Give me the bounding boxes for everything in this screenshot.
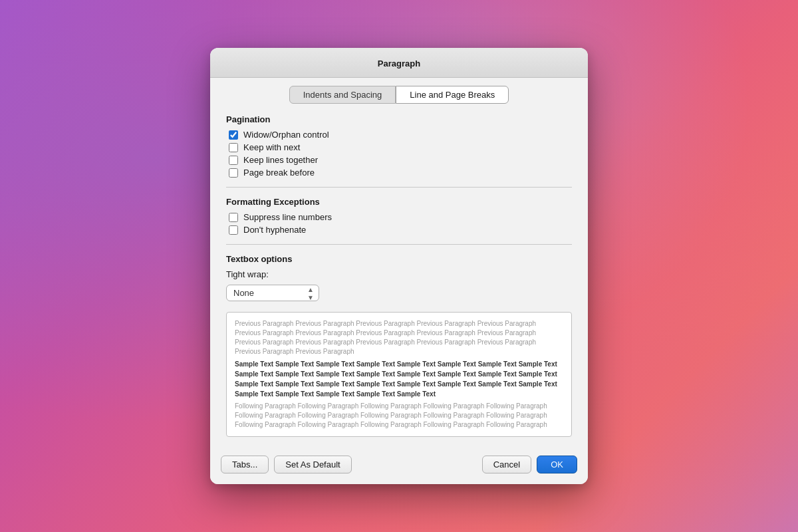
preview-following-text: Following Paragraph Following Paragraph … (235, 402, 563, 430)
divider-2 (226, 244, 572, 245)
paragraph-dialog: Paragraph Indents and Spacing Line and P… (210, 48, 588, 484)
checkbox-label-keep-lines-together: Keep lines together (243, 155, 318, 165)
pagination-checkboxes: Widow/Orphan control Keep with next Keep… (226, 130, 572, 178)
checkbox-row-page-break-before[interactable]: Page break before (229, 168, 572, 178)
checkbox-dont-hyphenate[interactable] (229, 225, 238, 235)
tight-wrap-select[interactable]: None First and last lines All lines Larg… (226, 285, 319, 301)
checkbox-row-keep-with-next[interactable]: Keep with next (229, 142, 572, 152)
checkbox-label-suppress-line-numbers: Suppress line numbers (243, 212, 332, 222)
section-pagination: Pagination Widow/Orphan control Keep wit… (226, 114, 572, 178)
dialog-title: Paragraph (378, 59, 420, 68)
checkbox-row-widow-orphan[interactable]: Widow/Orphan control (229, 130, 572, 140)
checkbox-row-keep-lines-together[interactable]: Keep lines together (229, 155, 572, 165)
content-area: Pagination Widow/Orphan control Keep wit… (210, 104, 588, 448)
tab-indents-spacing[interactable]: Indents and Spacing (289, 86, 396, 104)
divider-1 (226, 187, 572, 188)
checkbox-row-dont-hyphenate[interactable]: Don't hyphenate (229, 225, 572, 235)
tabs-button[interactable]: Tabs... (221, 456, 269, 473)
checkbox-keep-lines-together[interactable] (229, 156, 238, 165)
cancel-button[interactable]: Cancel (482, 456, 531, 473)
checkbox-widow-orphan[interactable] (229, 130, 238, 140)
ok-button[interactable]: OK (537, 456, 577, 473)
section-formatting-exceptions: Formatting Exceptions Suppress line numb… (226, 197, 572, 235)
checkbox-suppress-line-numbers[interactable] (229, 213, 238, 222)
preview-area: Previous Paragraph Previous Paragraph Pr… (226, 312, 572, 437)
set-as-default-button[interactable]: Set As Default (274, 456, 351, 473)
checkbox-label-widow-orphan: Widow/Orphan control (243, 130, 329, 140)
checkbox-keep-with-next[interactable] (229, 143, 238, 152)
checkbox-row-suppress-line-numbers[interactable]: Suppress line numbers (229, 212, 572, 222)
tight-wrap-label: Tight wrap: (226, 269, 572, 279)
tab-line-page-breaks[interactable]: Line and Page Breaks (396, 86, 509, 104)
tabs-bar: Indents and Spacing Line and Page Breaks (210, 78, 588, 104)
preview-sample-text: Sample Text Sample Text Sample Text Samp… (235, 359, 563, 399)
footer-left: Tabs... Set As Default (221, 456, 352, 473)
section-pagination-title: Pagination (226, 114, 572, 124)
dialog-footer: Tabs... Set As Default Cancel OK (210, 448, 588, 484)
checkbox-label-dont-hyphenate: Don't hyphenate (243, 225, 306, 235)
dialog-titlebar: Paragraph (210, 48, 588, 78)
checkbox-label-page-break-before: Page break before (243, 168, 315, 178)
checkbox-page-break-before[interactable] (229, 168, 238, 178)
tight-wrap-select-wrapper: None First and last lines All lines Larg… (226, 285, 319, 301)
section-textbox-options-title: Textbox options (226, 254, 572, 264)
section-textbox-options: Textbox options Tight wrap: None First a… (226, 254, 572, 301)
preview-previous-text: Previous Paragraph Previous Paragraph Pr… (235, 319, 563, 356)
footer-right: Cancel OK (482, 456, 577, 473)
checkbox-label-keep-with-next: Keep with next (243, 142, 300, 152)
dialog-overlay: Paragraph Indents and Spacing Line and P… (0, 0, 798, 532)
section-formatting-exceptions-title: Formatting Exceptions (226, 197, 572, 207)
formatting-exceptions-checkboxes: Suppress line numbers Don't hyphenate (226, 212, 572, 235)
